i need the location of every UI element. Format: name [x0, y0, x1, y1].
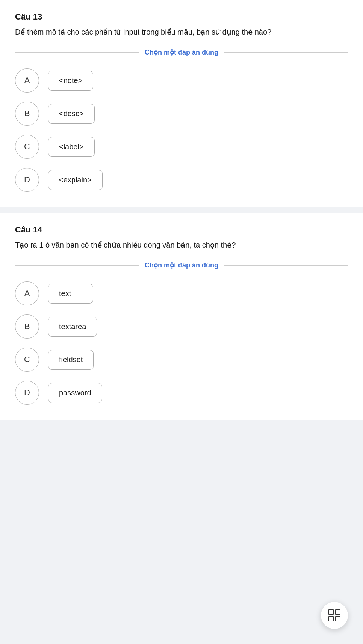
- grid-cell-2: [335, 609, 340, 615]
- option-box-14-c: fieldset: [48, 350, 94, 370]
- option-14-a[interactable]: A text: [15, 281, 348, 305]
- option-14-d[interactable]: D password: [15, 381, 348, 405]
- grid-cell-3: [328, 616, 334, 621]
- grid-cell-4: [335, 616, 340, 621]
- divider-line-left: [15, 52, 139, 53]
- option-circle-13-b: B: [15, 102, 39, 126]
- question-14-card: Câu 14 Tạo ra 1 ô văn bản có thể chứa nh…: [0, 213, 363, 420]
- grid-cell-1: [328, 609, 334, 615]
- option-circle-13-d: D: [15, 168, 39, 192]
- question-14-divider-label: Chọn một đáp án đúng: [139, 261, 224, 269]
- question-13-card: Câu 13 Để thêm mô tả cho các phần tử inp…: [0, 0, 363, 207]
- option-circle-13-a: A: [15, 68, 39, 93]
- option-circle-14-c: C: [15, 348, 39, 372]
- option-box-14-b: textarea: [48, 317, 97, 337]
- question-14-options: A text B textarea C fieldset D password: [15, 281, 348, 405]
- option-box-13-c: <label>: [48, 137, 95, 157]
- question-14-text: Tạo ra 1 ô văn bản có thể chứa nhiều dòn…: [15, 239, 348, 251]
- option-box-13-b: <desc>: [48, 104, 95, 124]
- question-13-options: A <note> B <desc> C <label> D <explain>: [15, 68, 348, 192]
- question-14-number: Câu 14: [15, 225, 348, 235]
- option-circle-14-d: D: [15, 381, 39, 405]
- fab-button[interactable]: [321, 602, 348, 629]
- divider-line-left-14: [15, 265, 139, 266]
- option-14-c[interactable]: C fieldset: [15, 348, 348, 372]
- question-13-divider-label: Chọn một đáp án đúng: [139, 48, 224, 56]
- question-14-divider: Chọn một đáp án đúng: [15, 261, 348, 269]
- option-box-13-a: <note>: [48, 71, 93, 91]
- divider-line-right-14: [224, 265, 348, 266]
- option-circle-14-b: B: [15, 314, 39, 339]
- option-circle-13-c: C: [15, 135, 39, 159]
- option-13-b[interactable]: B <desc>: [15, 102, 348, 126]
- option-13-a[interactable]: A <note>: [15, 68, 348, 93]
- divider-line-right: [224, 52, 348, 53]
- question-13-number: Câu 13: [15, 12, 348, 22]
- option-box-14-d: password: [48, 383, 102, 403]
- option-13-d[interactable]: D <explain>: [15, 168, 348, 192]
- question-13-divider: Chọn một đáp án đúng: [15, 48, 348, 56]
- option-box-13-d: <explain>: [48, 170, 103, 190]
- grid-icon: [328, 609, 340, 621]
- option-13-c[interactable]: C <label>: [15, 135, 348, 159]
- question-13-text: Để thêm mô tả cho các phần tử input tron…: [15, 26, 348, 38]
- option-circle-14-a: A: [15, 281, 39, 305]
- option-14-b[interactable]: B textarea: [15, 314, 348, 339]
- option-box-14-a: text: [48, 284, 93, 304]
